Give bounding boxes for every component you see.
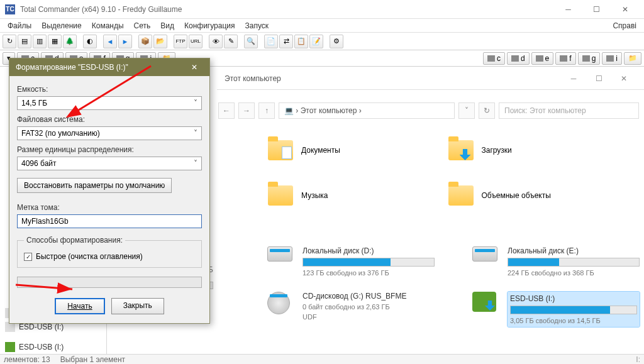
invert-icon[interactable]: ◐	[83, 35, 97, 48]
format-dialog: Форматирование "ESD-USB (I:)" ✕ Емкость:…	[9, 58, 210, 324]
drive-f-right[interactable]: f	[555, 52, 575, 65]
tree-icon[interactable]: 🌲	[63, 35, 77, 48]
folder-label: Объемные объекты	[482, 191, 551, 200]
mode-legend: Способы форматирования:	[24, 236, 125, 245]
sidebar-item-esd2[interactable]: ESD-USB (I:)	[0, 340, 106, 354]
menu-selection[interactable]: Выделение	[36, 20, 87, 31]
capacity-label: Емкость:	[17, 85, 202, 94]
unpack-icon[interactable]: 📂	[153, 35, 167, 48]
address-bar: ← → ↑ 💻 › Этот компьютер › ˅ ↻ Поиск: Эт…	[217, 101, 640, 120]
folder-documents[interactable]: Документы	[267, 137, 410, 163]
ftp-icon[interactable]: FTP	[174, 35, 187, 48]
nav-fwd-icon[interactable]: →	[238, 102, 255, 119]
search-icon[interactable]: 🔍	[244, 35, 258, 48]
menu-launch[interactable]: Запуск	[240, 20, 274, 31]
explorer-header: Этот компьютер ─ ☐ ✕	[217, 67, 644, 90]
pack-icon[interactable]: 📦	[138, 35, 152, 48]
dialog-titlebar[interactable]: Форматирование "ESD-USB (I:)" ✕	[9, 58, 209, 76]
fs-select[interactable]: FAT32 (по умолчанию)˅	[17, 126, 202, 140]
menubar: Файлы Выделение Команды Сеть Вид Конфигу…	[0, 19, 644, 33]
panel-close-icon[interactable]: ✕	[611, 70, 636, 87]
restore-defaults-button[interactable]: Восстановить параметры по умолчанию	[17, 178, 172, 193]
volume-label-caption: Метка тома:	[17, 203, 202, 212]
breadcrumb[interactable]: 💻 › Этот компьютер ›	[279, 102, 455, 119]
status-count: лементов: 13	[4, 355, 50, 364]
folder-3d[interactable]: Объемные объекты	[448, 182, 591, 209]
menu-help[interactable]: Справі	[608, 20, 641, 31]
toolbar: ↻ ▤ ▥ ▦ 🌲 ◐ ◄ ► 📦 📂 FTP URL 👁 ✎ 🔍 📄 ⇄ 📋 …	[0, 33, 644, 50]
menu-view[interactable]: Вид	[155, 20, 179, 31]
folder-music[interactable]: Музыка	[267, 182, 410, 209]
alloc-label: Размер единицы распределения:	[17, 145, 202, 154]
drive-e-right[interactable]: e	[531, 52, 554, 65]
quick-format-checkbox[interactable]: ✓ Быстрое (очистка оглавления)	[24, 252, 195, 261]
thumb-view-icon[interactable]: ▦	[48, 35, 62, 48]
mrt-icon[interactable]: 📄	[264, 35, 278, 48]
drive-indicator: I:	[636, 355, 640, 364]
drive-g[interactable]: CD-дисковод (G:) RUS_BFME 0 байт свободн…	[267, 292, 435, 327]
short-view-icon[interactable]: ▤	[18, 35, 31, 48]
drive-i[interactable]: ESD-USB (I:) 3,05 ГБ свободно из 14,5 ГБ	[472, 292, 640, 327]
format-progress	[17, 277, 202, 288]
panel-max-icon[interactable]: ☐	[586, 70, 611, 87]
app-icon: TC	[5, 4, 15, 14]
close-button[interactable]: ✕	[611, 0, 639, 19]
control-panel-icon[interactable]: ⚙	[330, 35, 343, 48]
detail-view-icon[interactable]: ▥	[33, 35, 47, 48]
minimize-button[interactable]: ─	[554, 0, 582, 19]
search-input[interactable]: Поиск: Этот компьютер	[499, 102, 639, 119]
maximize-button[interactable]: ☐	[582, 0, 611, 19]
drive-d-right[interactable]: d	[507, 52, 530, 65]
fs-label: Файловая система:	[17, 115, 202, 124]
titlebar: TC Total Commander (x64) 9.10 - Freddy G…	[0, 0, 644, 19]
menu-net[interactable]: Сеть	[129, 20, 156, 31]
drive-d[interactable]: Локальный диск (D:) 123 ГБ свободно из 3…	[267, 246, 435, 277]
menu-files[interactable]: Файлы	[3, 20, 36, 31]
sync-icon[interactable]: ⇄	[279, 35, 293, 48]
folder-label: Загрузки	[482, 146, 512, 155]
drive-g-right[interactable]: g	[578, 52, 601, 65]
folder-downloads[interactable]: Загрузки	[448, 137, 591, 163]
status-selection: Выбран 1 элемент	[60, 355, 125, 364]
explorer-content: Документы Загрузки Музыка Объемные объек…	[217, 124, 640, 364]
dialog-close-icon[interactable]: ✕	[186, 58, 203, 76]
drive-c-right[interactable]: c	[483, 52, 505, 65]
close-dialog-button[interactable]: Закрыть	[111, 298, 164, 314]
nav-dropdown-icon[interactable]: ˅	[458, 102, 475, 119]
folder-label: Документы	[301, 146, 340, 155]
copy-names-icon[interactable]: 📋	[294, 35, 308, 48]
volume-input[interactable]: MyFlash16Gb	[17, 214, 202, 228]
folder-label: Музыка	[301, 191, 328, 200]
panel-min-icon[interactable]: ─	[561, 70, 586, 87]
drive-e[interactable]: Локальный диск (E:) 224 ГБ свободно из 3…	[472, 246, 640, 277]
url-icon[interactable]: URL	[189, 35, 203, 48]
dialog-title: Форматирование "ESD-USB (I:)"	[16, 63, 128, 72]
refresh-icon[interactable]: ↻	[3, 35, 16, 48]
nav-refresh-icon[interactable]: ↻	[479, 102, 495, 119]
explorer-title: Этот компьютер	[225, 74, 281, 83]
menu-commands[interactable]: Команды	[87, 20, 129, 31]
capacity-select[interactable]: 14,5 ГБ˅	[17, 96, 202, 110]
format-mode-fieldset: Способы форматирования: ✓ Быстрое (очист…	[17, 236, 202, 268]
view-icon[interactable]: 👁	[209, 35, 223, 48]
status-bar: лементов: 13 Выбран 1 элемент I:	[0, 354, 644, 364]
forward-icon[interactable]: ►	[118, 35, 132, 48]
back-icon[interactable]: ◄	[103, 35, 117, 48]
notepad-icon[interactable]: 📝	[309, 35, 323, 48]
drive-i-right[interactable]: i	[602, 52, 622, 65]
menu-config[interactable]: Конфигурация	[179, 20, 240, 31]
nav-back-icon[interactable]: ←	[218, 102, 235, 119]
network-right-icon[interactable]: 📁	[624, 52, 641, 65]
window-title: Total Commander (x64) 9.10 - Freddy Guil…	[20, 5, 554, 14]
alloc-select[interactable]: 4096 байт˅	[17, 157, 202, 170]
nav-up-icon[interactable]: ↑	[258, 102, 275, 119]
edit-icon[interactable]: ✎	[224, 35, 238, 48]
start-button[interactable]: Начать	[55, 298, 105, 314]
